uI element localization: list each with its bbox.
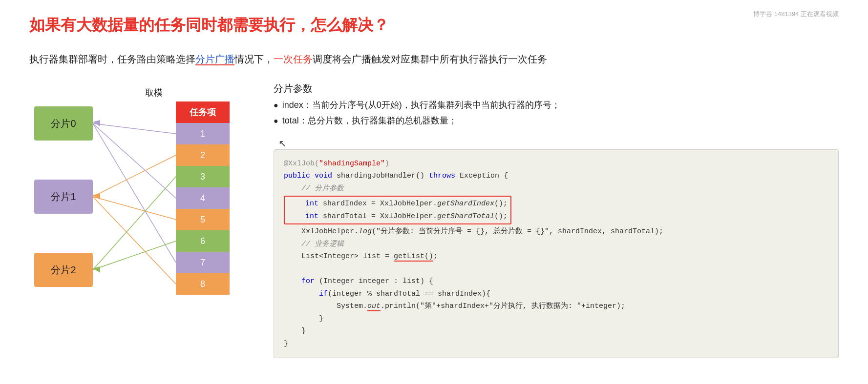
code-close2: } xyxy=(284,325,828,338)
svg-text:6: 6 xyxy=(200,236,205,246)
kw-int2: int xyxy=(288,212,318,221)
annotation-close: ) xyxy=(385,160,389,168)
line-s0-t4 xyxy=(93,123,176,198)
parens1: (); xyxy=(494,200,508,208)
svg-text:任务项: 任务项 xyxy=(189,107,216,117)
code-annotation-line: @XxlJob("shadingSample") xyxy=(284,158,828,170)
list-code: List<Integer> list = getList(); xyxy=(284,252,438,262)
exception-name: Exception { xyxy=(455,172,508,180)
line-s0-t1 xyxy=(93,123,176,134)
line-s1-t8 xyxy=(93,197,176,284)
svg-text:1: 1 xyxy=(200,129,205,139)
svg-text:7: 7 xyxy=(200,258,205,267)
svg-text:4: 4 xyxy=(200,193,205,203)
parens2: (); xyxy=(494,212,508,221)
getshardtotal-method: getShardTotal xyxy=(437,212,494,221)
kw-public: public xyxy=(284,172,310,180)
right-content: 分片参数 index：当前分片序号(从0开始)，执行器集群列表中当前执行器的序号… xyxy=(274,82,839,358)
diagram-svg: 分片0 分片1 分片2 取模 任务项 1 2 xyxy=(29,82,254,311)
for-expr: (Integer integer : list) { xyxy=(315,277,433,285)
page-title: 如果有大数据量的任务同时都需要执行，怎么解决？ xyxy=(29,15,839,36)
kw-int1: int xyxy=(288,200,318,208)
diagram-area: 分片0 分片1 分片2 取模 任务项 1 2 xyxy=(29,82,254,313)
annotation-value: "shadingSample" xyxy=(319,160,385,168)
shardtotal-assign: shardTotal = XxlJobHelper. xyxy=(318,212,437,221)
shardindex-assign: shardIndex = XxlJobHelper. xyxy=(318,200,437,208)
svg-text:分片0: 分片0 xyxy=(51,118,76,129)
svg-text:5: 5 xyxy=(200,215,205,224)
svg-text:2: 2 xyxy=(200,150,205,160)
space1 xyxy=(310,172,315,180)
watermark: 博学谷 1481394 正在观看视频 xyxy=(753,10,839,19)
shard-params-title: 分片参数 xyxy=(274,82,839,95)
line-s0-t7 xyxy=(93,123,176,263)
code-close3: } xyxy=(284,338,828,350)
svg-text:取模: 取模 xyxy=(145,88,163,98)
kw-void: void xyxy=(315,172,332,180)
shard-param-index: index：当前分片序号(从0开始)，执行器集群列表中当前执行器的序号； xyxy=(274,97,839,113)
svg-text:分片1: 分片1 xyxy=(51,191,76,202)
description-part2: 情况下， xyxy=(234,54,274,64)
comment1-text: // 分片参数 xyxy=(284,184,344,193)
comment2-text: // 业务逻辑 xyxy=(284,240,344,248)
description: 执行器集群部署时，任务路由策略选择分片广播情况下，一次任务调度将会广播触发对应集… xyxy=(29,51,839,67)
getshardindex-method: getShardIndex xyxy=(437,200,494,208)
svg-text:分片2: 分片2 xyxy=(51,264,76,275)
main-content: 分片0 分片1 分片2 取模 任务项 1 2 xyxy=(29,82,839,358)
kw-throws: throws xyxy=(429,172,455,180)
log-text: XxlJobHelper.log("分片参数: 当前分片序号 = {}, 总分片… xyxy=(284,227,663,236)
code-comment2: // 业务逻辑 xyxy=(284,238,828,251)
svg-text:3: 3 xyxy=(200,172,205,182)
code-log-line: XxlJobHelper.log("分片参数: 当前分片序号 = {}, 总分片… xyxy=(284,225,828,238)
code-blank xyxy=(284,263,828,276)
highlight-yicirenwu: 一次任务 xyxy=(274,54,313,64)
shard-param-total: total：总分片数，执行器集群的总机器数量； xyxy=(274,113,839,128)
if-expr: (integer % shardTotal == shardIndex){ xyxy=(328,290,490,298)
cursor-icon: ↖ xyxy=(278,138,287,149)
shard-params-section: 分片参数 index：当前分片序号(从0开始)，执行器集群列表中当前执行器的序号… xyxy=(274,82,839,134)
description-part1: 执行器集群部署时，任务路由策略选择 xyxy=(29,54,195,64)
svg-text:8: 8 xyxy=(200,279,205,289)
highlighted-code-box: int shardIndex = XxlJobHelper.getShardIn… xyxy=(284,196,511,224)
highlight-fenpian: 分片广播 xyxy=(195,54,234,65)
code-public-line: public void shardingJobHandler() throws … xyxy=(284,170,828,182)
code-comment1: // 分片参数 xyxy=(284,182,828,195)
line-s1-t5 xyxy=(93,197,176,220)
description-part3: 调度将会广播触发对应集群中所有执行器执行一次任务 xyxy=(313,54,547,64)
println-code: System.out.println("第"+shardIndex+"分片执行,… xyxy=(284,302,625,311)
shard-params-list: index：当前分片序号(从0开始)，执行器集群列表中当前执行器的序号； tot… xyxy=(274,97,839,129)
code-close1: } xyxy=(284,313,828,325)
code-for-line: for (Integer integer : list) { xyxy=(284,275,828,288)
code-if-line: if(integer % shardTotal == shardIndex){ xyxy=(284,288,828,301)
code-println-line: System.out.println("第"+shardIndex+"分片执行,… xyxy=(284,300,828,313)
code-list-line: List<Integer> list = getList(); xyxy=(284,250,828,263)
code-block: @XxlJob("shadingSample") public void sha… xyxy=(274,149,839,359)
code-shardtotal-line: int shardTotal = XxlJobHelper.getShardTo… xyxy=(288,210,508,223)
annotation-at: @XxlJob( xyxy=(284,160,319,168)
method-name: shardingJobHandler() xyxy=(332,172,429,180)
kw-for: for xyxy=(284,277,315,285)
kw-if: if xyxy=(284,290,328,298)
code-shardindex-line: int shardIndex = XxlJobHelper.getShardIn… xyxy=(288,198,508,210)
page-container: 博学谷 1481394 正在观看视频 如果有大数据量的任务同时都需要执行，怎么解… xyxy=(0,0,868,384)
